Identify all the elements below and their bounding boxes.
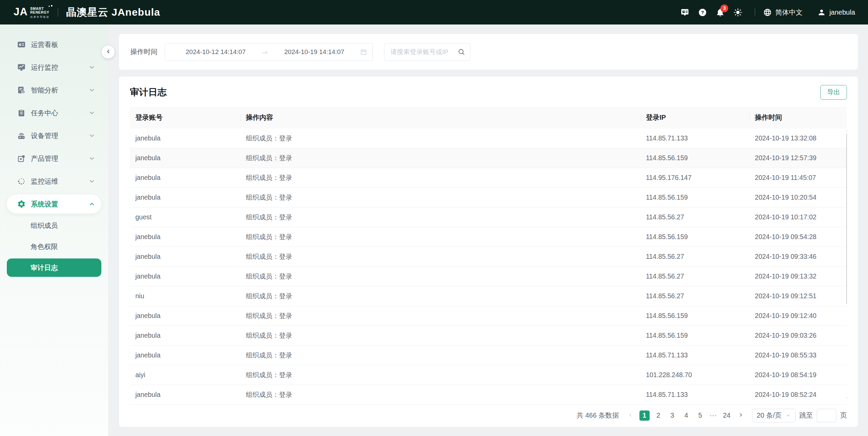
page-number-4[interactable]: 4: [681, 410, 691, 421]
sidebar-item-1[interactable]: 运行监控: [7, 58, 101, 77]
cell-ip: 114.85.56.159: [640, 312, 749, 320]
dashboard-icon: [17, 40, 26, 49]
page-number-list: 12345•••24: [639, 410, 732, 421]
sidebar-subitem-label: 审计日志: [31, 263, 58, 272]
search-box: [384, 43, 470, 61]
cell-account: janebula: [130, 253, 240, 261]
logo-tagline: 晶澳智慧能源: [30, 16, 50, 18]
cell-account: janebula: [130, 272, 240, 280]
cell-action: 组织成员：登录: [240, 232, 640, 241]
table-row: janebula组织成员：登录114.85.56.1592024-10-19 0…: [130, 306, 847, 326]
page-suffix-label: 页: [840, 411, 847, 420]
page-number-24[interactable]: 24: [721, 410, 732, 421]
svg-text:?: ?: [701, 9, 704, 15]
sidebar-subitem-1[interactable]: 角色权限: [7, 237, 101, 256]
language-label: 简体中文: [775, 8, 802, 17]
cell-action: 组织成员：登录: [240, 390, 640, 399]
date-range-picker[interactable]: 2024-10-12 14:14:07 2024-10-19 14:14:07: [165, 43, 373, 61]
cell-ip: 101.228.248.70: [640, 371, 749, 379]
cell-account: janebula: [130, 134, 240, 142]
cell-ip: 114.85.56.27: [640, 272, 749, 280]
page-number-1[interactable]: 1: [639, 410, 650, 421]
cell-time: 2024-10-19 09:03:26: [749, 332, 847, 339]
analysis-icon: [17, 86, 26, 95]
sidebar-nav: 运营看板运行监控智能分析任务中心设备管理产品管理监控运维系统设置组织成员角色权限…: [0, 24, 108, 277]
sidebar-item-3[interactable]: 任务中心: [7, 103, 101, 122]
cell-account: janebula: [130, 194, 240, 201]
logo-main-text: JA: [14, 6, 28, 17]
cell-account: janebula: [130, 391, 240, 399]
chevron-left-icon: [628, 412, 633, 419]
cell-action: 组织成员：登录: [240, 272, 640, 281]
device-icon: [17, 131, 26, 140]
topbar-divider: [755, 9, 755, 16]
topbar: JA SMART RENERGY 晶澳智慧能源 晶澳星云 JAnebula ? …: [0, 0, 868, 24]
sidebar-item-4[interactable]: 设备管理: [7, 126, 101, 145]
chevron-down-icon: [88, 178, 95, 185]
page-number-3[interactable]: 3: [667, 410, 678, 421]
sidebar-item-label: 监控运维: [31, 177, 88, 186]
calendar-icon: [360, 48, 367, 56]
sidebar-item-label: 设备管理: [31, 131, 88, 140]
gear-icon: [17, 200, 26, 208]
table-row: janebula组织成员：登录114.85.56.1592024-10-19 0…: [130, 326, 847, 346]
cell-account: aiyi: [130, 371, 240, 379]
table-scrollbar[interactable]: [846, 129, 847, 400]
date-start-value[interactable]: 2024-10-12 14:14:07: [170, 48, 261, 56]
scrollbar-thumb[interactable]: [846, 133, 847, 304]
monitor-icon: [17, 63, 26, 72]
chevron-down-icon: [88, 110, 95, 116]
cell-time: 2024-10-19 08:54:19: [749, 371, 847, 379]
sidebar-subitem-2[interactable]: 审计日志: [7, 258, 101, 277]
prev-page-button[interactable]: [625, 410, 636, 421]
page-number-2[interactable]: 2: [653, 410, 664, 421]
chevron-down-icon: [88, 155, 95, 162]
sidebar-item-2[interactable]: 智能分析: [7, 81, 101, 100]
notifications-button[interactable]: 3: [711, 8, 729, 17]
sidebar-item-5[interactable]: 产品管理: [7, 149, 101, 168]
page-number-5[interactable]: 5: [695, 410, 705, 421]
theme-button[interactable]: [729, 8, 747, 17]
page-size-select[interactable]: 20 条/页: [752, 409, 796, 422]
sidebar-subitem-0[interactable]: 组织成员: [7, 216, 101, 235]
jump-page-input[interactable]: [817, 409, 836, 422]
cell-account: janebula: [130, 154, 240, 162]
cell-action: 组织成员：登录: [240, 213, 640, 222]
cell-time: 2024-10-19 10:20:54: [749, 194, 847, 201]
cell-action: 组织成员：登录: [240, 252, 640, 261]
language-selector[interactable]: 简体中文: [763, 8, 802, 17]
sidebar-subitem-label: 角色权限: [31, 242, 58, 251]
audit-log-card: 审计日志 导出 登录账号操作内容登录IP操作时间 janebula组织成员：登录…: [119, 77, 858, 427]
search-icon[interactable]: [457, 48, 465, 56]
sidebar-item-0[interactable]: 运营看板: [7, 35, 101, 54]
user-menu[interactable]: janebula: [817, 8, 855, 17]
export-button[interactable]: 导出: [820, 85, 847, 100]
help-button[interactable]: ?: [694, 8, 711, 17]
chevron-left-icon: [105, 49, 111, 55]
screen-board-button[interactable]: [676, 8, 694, 17]
sidebar-collapse-button[interactable]: [102, 46, 115, 58]
date-end-value[interactable]: 2024-10-19 14:14:07: [269, 48, 360, 56]
cell-time: 2024-10-19 09:54:28: [749, 233, 847, 241]
cell-time: 2024-10-19 12:57:39: [749, 154, 847, 162]
next-page-button[interactable]: [736, 410, 746, 421]
sidebar-item-label: 产品管理: [31, 154, 88, 163]
sidebar-item-7[interactable]: 系统设置: [7, 195, 101, 214]
table-body: janebula组织成员：登录114.85.71.1332024-10-19 1…: [130, 129, 847, 405]
cell-ip: 114.85.56.159: [640, 154, 749, 162]
cell-action: 组织成员：登录: [240, 311, 640, 320]
cell-action: 组织成员：登录: [240, 193, 640, 202]
cell-action: 组织成员：登录: [240, 134, 640, 143]
cell-action: 组织成员：登录: [240, 351, 640, 360]
sidebar-item-6[interactable]: 监控运维: [7, 172, 101, 191]
chevron-down-icon: [88, 64, 95, 71]
page-ellipsis[interactable]: •••: [709, 413, 718, 418]
cell-ip: 114.85.56.27: [640, 213, 749, 221]
table-row: janebula组织成员：登录114.85.56.1592024-10-19 1…: [130, 148, 847, 168]
scroll-up-arrow[interactable]: [846, 129, 847, 131]
cell-ip: 114.85.56.27: [640, 292, 749, 300]
user-icon: [817, 8, 826, 17]
search-input[interactable]: [390, 48, 457, 56]
scroll-down-arrow[interactable]: [846, 398, 847, 400]
column-header-3: 操作时间: [749, 113, 847, 122]
